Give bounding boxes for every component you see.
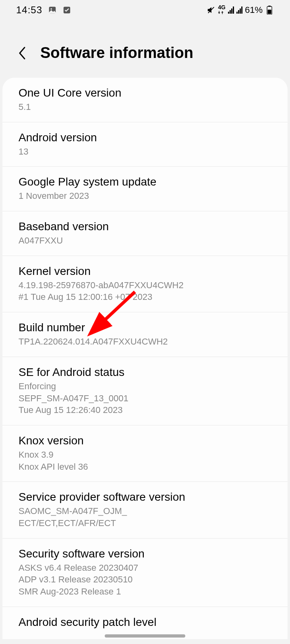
svg-rect-6 [268,10,271,14]
signal-icon-2 [236,6,242,14]
status-time: 14:53 [16,4,42,16]
navigation-handle[interactable] [105,634,185,638]
back-button[interactable] [16,47,28,59]
item-title: Baseband version [19,220,271,233]
item-title: Knox version [19,434,271,447]
item-title: Service provider software version [19,491,271,504]
status-bar: 14:53 4G 61% [0,0,290,20]
item-subtitle: 13 [19,146,271,158]
item-subtitle: 1 November 2023 [19,190,271,202]
chevron-left-icon [17,46,27,60]
item-subtitle: ASKS v6.4 Release 20230407 ADP v3.1 Rele… [19,562,271,598]
item-title: One UI Core version [19,87,271,99]
item-subtitle: 4.19.198-25976870-abA047FXXU4CWH2 #1 Tue… [19,279,271,303]
item-title: Google Play system update [19,175,271,188]
page-header: Software information [0,20,290,78]
item-title: Android version [19,131,271,144]
item-title: Android security patch level [19,616,271,629]
battery-percentage: 61% [245,5,263,15]
item-subtitle: 5.1 [19,101,271,113]
item-subtitle: TP1A.220624.014.A047FXXU4CWH2 [19,336,271,348]
list-item-se-android[interactable]: SE for Android status Enforcing SEPF_SM-… [2,357,288,425]
mute-icon [207,6,215,14]
checkbox-icon [62,6,71,14]
page-title: Software information [40,44,193,62]
list-item-build-number[interactable]: Build number TP1A.220624.014.A047FXXU4CW… [2,312,288,357]
list-item-google-play-update[interactable]: Google Play system update 1 November 202… [2,167,288,211]
network-type-label: 4G [218,5,226,15]
status-left: 14:53 [16,4,71,16]
list-item-service-provider[interactable]: Service provider software version SAOMC_… [2,482,288,538]
status-right: 4G 61% [207,5,274,15]
item-title: SE for Android status [19,366,271,379]
list-item-baseband[interactable]: Baseband version A047FXXU [2,211,288,256]
svg-point-1 [50,8,52,10]
item-subtitle: Enforcing SEPF_SM-A047F_13_0001 Tue Aug … [19,380,271,416]
item-subtitle: A047FXXU [19,235,271,247]
list-item-one-ui[interactable]: One UI Core version 5.1 [2,78,288,122]
item-subtitle: Knox 3.9 Knox API level 36 [19,449,271,473]
item-title: Security software version [19,547,271,560]
settings-list: One UI Core version 5.1 Android version … [2,78,288,639]
item-title: Build number [19,321,271,334]
battery-icon [265,6,274,14]
list-item-kernel[interactable]: Kernel version 4.19.198-25976870-abA047F… [2,256,288,312]
item-subtitle: SAOMC_SM-A047F_OJM_ ECT/ECT,ECT/AFR/ECT [19,505,271,529]
item-title: Kernel version [19,265,271,278]
image-icon [48,6,57,14]
list-item-security-software[interactable]: Security software version ASKS v6.4 Rele… [2,539,288,607]
signal-icon [228,6,234,14]
list-item-android-version[interactable]: Android version 13 [2,122,288,167]
list-item-knox[interactable]: Knox version Knox 3.9 Knox API level 36 [2,425,288,482]
